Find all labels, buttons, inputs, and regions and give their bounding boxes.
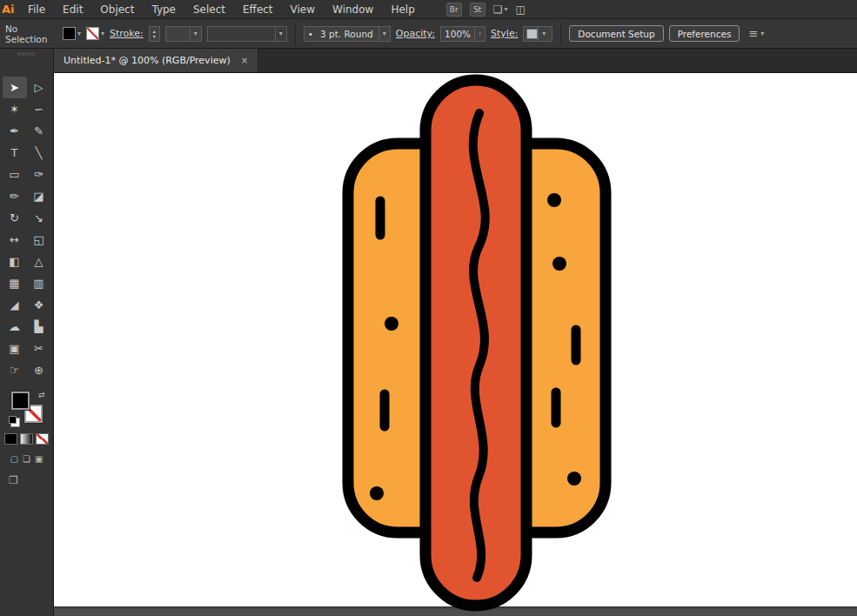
menu-select[interactable]: Select xyxy=(184,3,234,16)
chevron-right-icon: › xyxy=(479,30,481,37)
shape-builder-tool[interactable]: ◧ xyxy=(3,251,27,272)
hand-tool[interactable]: ☞ xyxy=(3,359,27,381)
menu-object[interactable]: Object xyxy=(91,3,143,16)
rectangle-tool[interactable]: ▭ xyxy=(3,164,27,185)
opacity-value: 100% xyxy=(441,29,474,39)
type-tool[interactable]: T xyxy=(3,142,27,164)
screen-mode-icon[interactable]: ❐ xyxy=(9,474,18,486)
color-type-buttons xyxy=(4,433,49,445)
line-segment-tool[interactable]: ╲ xyxy=(27,142,51,164)
menu-effect[interactable]: Effect xyxy=(234,3,282,16)
mesh-tool[interactable]: ▦ xyxy=(3,272,27,294)
document-tab[interactable]: Untitled-1* @ 100% (RGB/Preview) × xyxy=(54,49,258,72)
draw-behind-icon[interactable]: ❏ xyxy=(23,454,30,464)
fill-stroke-indicator: ⇄ xyxy=(11,392,43,423)
swap-fill-stroke-icon[interactable]: ⇄ xyxy=(38,391,45,399)
style-panel-link[interactable]: Style: xyxy=(491,28,518,39)
menu-edit[interactable]: Edit xyxy=(54,3,91,16)
chevron-down-icon: ▾ xyxy=(101,30,104,37)
control-bar: No Selection ▾ ▾ Stroke: ▴ ▾ ▾ ▾ • 3 pt.… xyxy=(0,19,857,49)
color-button[interactable] xyxy=(4,433,17,445)
chevron-down-icon: ▾ xyxy=(760,30,764,37)
menu-window[interactable]: Window xyxy=(324,3,382,16)
drawing-mode-buttons: ▢ ❏ ▣ xyxy=(10,454,44,464)
stroke-color-control[interactable]: ▾ xyxy=(86,27,104,40)
share-button[interactable]: ◫ xyxy=(516,3,526,16)
style-swatch xyxy=(526,29,538,39)
stepper-down-icon[interactable]: ▾ xyxy=(153,34,156,39)
variable-width-profile-combo[interactable]: • 3 pt. Round ▾ xyxy=(304,26,391,42)
fill-indicator[interactable] xyxy=(11,392,30,410)
blend-tool[interactable]: ❖ xyxy=(27,294,51,316)
gradient-button[interactable] xyxy=(20,433,33,445)
align-options-button[interactable]: ≡ ▾ xyxy=(748,27,764,40)
pasteboard[interactable] xyxy=(54,73,857,616)
illustrator-window: Ai File Edit Object Type Select Effect V… xyxy=(0,0,857,616)
menubar: Ai File Edit Object Type Select Effect V… xyxy=(0,0,857,19)
perspective-grid-tool[interactable]: △ xyxy=(27,251,51,272)
stroke-weight-stepper[interactable]: ▴ ▾ xyxy=(149,26,160,42)
chevron-down-icon: ▾ xyxy=(505,5,508,13)
menu-help[interactable]: Help xyxy=(382,3,423,16)
chevron-down-icon: ▾ xyxy=(77,30,81,37)
pen-tool[interactable]: ✒ xyxy=(3,120,27,142)
rotate-tool[interactable]: ↻ xyxy=(3,207,27,229)
share-icon: ◫ xyxy=(516,3,526,16)
lasso-tool[interactable]: ∽ xyxy=(27,98,51,120)
direct-selection-tool[interactable]: ▷ xyxy=(27,77,51,98)
gradient-tool[interactable]: ▥ xyxy=(27,272,51,294)
opacity-combo[interactable]: 100% › xyxy=(440,26,485,42)
scale-tool[interactable]: ↘ xyxy=(27,207,51,229)
preferences-button[interactable]: Preferences xyxy=(669,25,740,42)
panel-grip[interactable]: ııııııı xyxy=(17,50,36,57)
chevron-down-icon: ▾ xyxy=(542,30,546,37)
magic-wand-tool[interactable]: ✶ xyxy=(3,98,27,120)
stock-icon[interactable]: St xyxy=(470,3,485,17)
opacity-panel-link[interactable]: Opacity: xyxy=(396,28,435,39)
menu-type[interactable]: Type xyxy=(143,3,184,16)
symbol-sprayer-tool[interactable]: ☁ xyxy=(3,316,27,338)
divider xyxy=(295,23,296,45)
menu-view[interactable]: View xyxy=(282,3,324,16)
close-icon[interactable]: × xyxy=(241,56,248,65)
hotdog-artwork xyxy=(54,73,857,616)
draw-normal-icon[interactable]: ▢ xyxy=(10,454,18,464)
menu-file[interactable]: File xyxy=(19,3,54,16)
eraser-tool[interactable]: ◪ xyxy=(27,185,51,207)
align-icon: ≡ xyxy=(748,27,758,40)
graphic-style-combo[interactable]: ▾ xyxy=(523,26,552,42)
document-tabbar: Untitled-1* @ 100% (RGB/Preview) × xyxy=(54,49,857,73)
stroke-weight-combo[interactable]: ▾ xyxy=(165,26,202,42)
default-fill-stroke-icon[interactable] xyxy=(9,416,17,424)
stroke-swatch[interactable] xyxy=(86,27,99,40)
selection-tool[interactable]: ➤ xyxy=(3,77,27,98)
app-logo: Ai xyxy=(0,3,19,16)
artboard-tool[interactable]: ▣ xyxy=(3,338,27,359)
column-graph-tool[interactable]: ▙ xyxy=(27,316,51,338)
profile-value: 3 pt. Round xyxy=(317,29,378,39)
document-tab-title: Untitled-1* @ 100% (RGB/Preview) xyxy=(64,55,231,66)
selection-status: No Selection xyxy=(5,23,57,44)
fill-swatch[interactable] xyxy=(63,27,76,40)
stroke-panel-link[interactable]: Stroke: xyxy=(110,28,144,39)
arrange-documents-icon: ❏ xyxy=(493,3,503,16)
chevron-down-icon: ▾ xyxy=(194,30,198,37)
none-button[interactable] xyxy=(36,433,49,445)
width-tool[interactable]: ↔ xyxy=(3,229,27,251)
curvature-tool[interactable]: ✎ xyxy=(27,120,51,142)
free-transform-tool[interactable]: ◱ xyxy=(27,229,51,251)
fill-color-control[interactable]: ▾ xyxy=(63,27,81,40)
eyedropper-tool[interactable]: ◢ xyxy=(3,294,27,316)
draw-inside-icon[interactable]: ▣ xyxy=(35,454,43,464)
tools-panel: ııııııı ➤ ▷ ✶ ∽ ✒ ✎ T ╲ ▭ ✑ ✏ ◪ ↻ ↘ ↔ ◱ … xyxy=(0,49,54,616)
profile-dot-icon: • xyxy=(305,29,317,39)
brush-definition-combo[interactable]: ▾ xyxy=(207,26,287,42)
paintbrush-tool[interactable]: ✑ xyxy=(27,164,51,185)
pencil-tool[interactable]: ✏ xyxy=(3,185,27,207)
arrange-documents-button[interactable]: ❏ ▾ xyxy=(493,3,508,16)
bridge-icon[interactable]: Br xyxy=(446,3,462,17)
chevron-down-icon: ▾ xyxy=(279,30,283,37)
document-setup-button[interactable]: Document Setup xyxy=(569,25,663,42)
slice-tool[interactable]: ✂ xyxy=(27,338,51,359)
zoom-tool[interactable]: ⊕ xyxy=(27,359,51,381)
